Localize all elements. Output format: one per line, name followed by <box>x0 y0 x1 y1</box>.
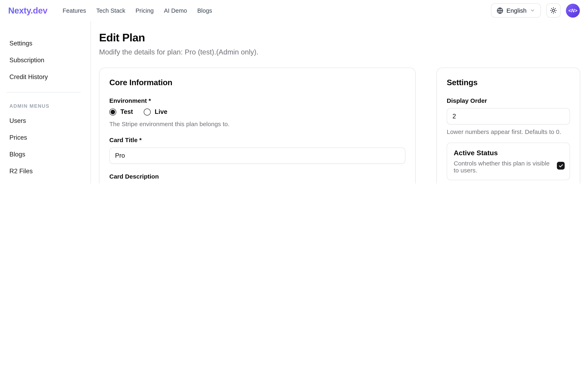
environment-label: Environment * <box>109 97 405 104</box>
nav-item-blogs[interactable]: Blogs <box>197 7 212 14</box>
nav-item-ai-demo[interactable]: AI Demo <box>164 7 187 14</box>
sidebar-item-subscription[interactable]: Subscription <box>9 52 84 68</box>
language-label: English <box>506 7 527 14</box>
radio-option-test[interactable]: Test <box>109 108 133 116</box>
brand-logo[interactable]: Nexty.dev <box>8 6 48 15</box>
check-icon <box>558 163 563 168</box>
main-nav: Features Tech Stack Pricing AI Demo Blog… <box>63 7 212 14</box>
form-column: Core Information Environment * Test Live <box>99 67 416 184</box>
settings-card: Settings Display Order Lower numbers app… <box>436 67 580 184</box>
active-status-box: Active Status Controls whether this plan… <box>447 142 570 180</box>
sidebar-item-prices[interactable]: Prices <box>9 130 84 145</box>
sidebar-divider <box>7 92 81 92</box>
environment-radio-group: Test Live <box>109 108 405 116</box>
display-order-help: Lower numbers appear first. Defaults to … <box>447 128 570 135</box>
card-title-label: Card Title * <box>109 136 405 143</box>
sun-icon <box>550 7 557 14</box>
main-content: Edit Plan Modify the details for plan: P… <box>91 21 588 184</box>
core-information-title: Core Information <box>109 78 405 87</box>
nav-item-tech-stack[interactable]: Tech Stack <box>96 7 125 14</box>
globe-icon <box>497 7 503 14</box>
sidebar: Settings Subscription Credit History ADM… <box>0 21 91 184</box>
active-status-title: Active Status <box>454 149 563 157</box>
chevron-down-icon <box>530 8 535 13</box>
card-description-label: Card Description <box>109 173 405 180</box>
header-actions: English <N> <box>491 3 580 18</box>
sidebar-section-label: ADMIN MENUS <box>9 100 84 113</box>
radio-live[interactable] <box>144 108 150 115</box>
theme-toggle-button[interactable] <box>546 3 561 18</box>
language-selector-button[interactable]: English <box>491 3 541 18</box>
sidebar-item-settings[interactable]: Settings <box>9 36 84 51</box>
page-layout: Settings Subscription Credit History ADM… <box>0 21 588 184</box>
page-title: Edit Plan <box>99 32 580 44</box>
page-subtitle: Modify the details for plan: Pro (test).… <box>99 48 580 57</box>
radio-live-label: Live <box>155 108 167 116</box>
nav-item-features[interactable]: Features <box>63 7 86 14</box>
app-viewport: Nexty.dev Features Tech Stack Pricing AI… <box>0 0 588 184</box>
sidebar-item-blogs[interactable]: Blogs <box>9 147 84 162</box>
nav-item-pricing[interactable]: Pricing <box>136 7 154 14</box>
sidebar-item-users[interactable]: Users <box>9 113 84 129</box>
radio-option-live[interactable]: Live <box>144 108 167 116</box>
radio-test-label: Test <box>120 108 133 116</box>
side-column: Settings Display Order Lower numbers app… <box>436 67 580 184</box>
sidebar-item-r2-files[interactable]: R2 Files <box>9 163 84 179</box>
radio-dot <box>111 109 115 114</box>
active-status-description: Controls whether this plan is visible to… <box>454 160 563 174</box>
display-order-label: Display Order <box>447 97 570 104</box>
top-navbar: Nexty.dev Features Tech Stack Pricing AI… <box>0 0 588 21</box>
card-title-input[interactable] <box>109 148 405 164</box>
core-information-card: Core Information Environment * Test Live <box>99 67 416 184</box>
display-order-input[interactable] <box>447 108 570 125</box>
active-status-checkbox[interactable] <box>557 162 565 170</box>
radio-test[interactable] <box>109 108 116 115</box>
environment-help: The Stripe environment this plan belongs… <box>109 120 405 127</box>
user-avatar[interactable]: <N> <box>566 3 580 17</box>
settings-card-title: Settings <box>447 78 570 87</box>
avatar-initials: <N> <box>568 8 577 13</box>
sidebar-item-credit-history[interactable]: Credit History <box>9 69 84 85</box>
